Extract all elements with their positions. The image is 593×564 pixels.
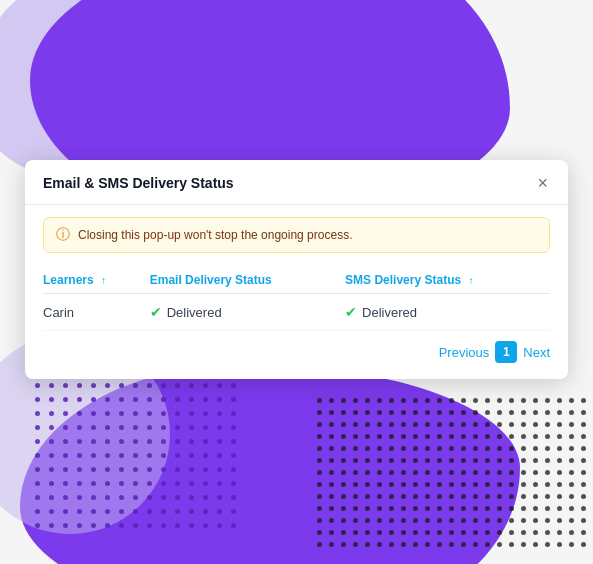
col-email-status: Email Delivery Status: [150, 267, 345, 294]
sort-learners-icon: ↑: [101, 275, 106, 286]
previous-button[interactable]: Previous: [439, 345, 490, 360]
page-number[interactable]: 1: [495, 341, 517, 363]
modal-title: Email & SMS Delivery Status: [43, 175, 234, 191]
next-button[interactable]: Next: [523, 345, 550, 360]
close-button[interactable]: ×: [535, 174, 550, 192]
info-text: Closing this pop-up won't stop the ongoi…: [78, 228, 352, 242]
cell-email-status: ✔ Delivered: [150, 294, 345, 331]
check-icon-email: ✔: [150, 304, 162, 320]
dots-bottom-left: [30, 364, 250, 544]
cell-learner: Carin: [43, 294, 150, 331]
cell-sms-status: ✔ Delivered: [345, 294, 550, 331]
sort-sms-icon: ↑: [468, 275, 473, 286]
table-row: Carin ✔ Delivered ✔ Delivered: [43, 294, 550, 331]
modal-header: Email & SMS Delivery Status ×: [25, 160, 568, 205]
pagination: Previous 1 Next: [43, 331, 550, 367]
modal: Email & SMS Delivery Status × ⓘ Closing …: [25, 160, 568, 379]
dots-bottom-right: [313, 394, 593, 554]
info-banner: ⓘ Closing this pop-up won't stop the ong…: [43, 217, 550, 253]
delivery-table: Learners ↑ Email Delivery Status SMS Del…: [43, 267, 550, 331]
col-learners: Learners ↑: [43, 267, 150, 294]
check-icon-sms: ✔: [345, 304, 357, 320]
col-sms-status: SMS Delivery Status ↑: [345, 267, 550, 294]
modal-body: ⓘ Closing this pop-up won't stop the ong…: [25, 205, 568, 379]
info-icon: ⓘ: [56, 226, 70, 244]
